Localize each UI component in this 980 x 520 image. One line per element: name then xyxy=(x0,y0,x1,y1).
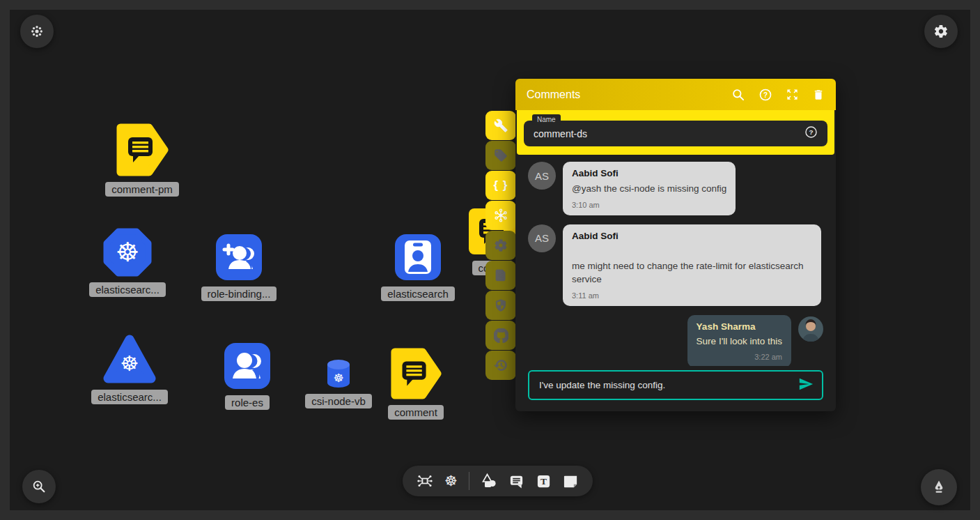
gear-icon xyxy=(494,238,508,252)
shape-toolbar: ☸ T xyxy=(403,466,593,496)
message-time: 3:10 am xyxy=(572,201,726,209)
message-time: 3:22 am xyxy=(697,353,782,361)
settings-button[interactable] xyxy=(924,15,958,48)
message-author: Yash Sharma xyxy=(697,321,782,332)
message-author: Aabid Sofi xyxy=(572,231,812,241)
delete-icon xyxy=(812,88,825,102)
service-account-icon xyxy=(394,233,442,282)
toolbar-json-button[interactable]: { } xyxy=(485,171,516,200)
note-icon xyxy=(563,473,579,489)
delete-button[interactable] xyxy=(812,88,825,102)
node-label: elasticsearch xyxy=(381,286,455,301)
name-field-label: Name xyxy=(532,114,561,125)
message-text: @yash the csi-node is missing config xyxy=(572,182,726,196)
comment-node-icon xyxy=(390,347,442,400)
expand-button[interactable] xyxy=(786,88,799,101)
user-photo xyxy=(798,316,823,342)
doc-search-icon xyxy=(494,268,508,282)
avatar-photo xyxy=(798,316,823,342)
node-role-es[interactable]: role-es xyxy=(209,342,286,410)
github-icon xyxy=(494,328,508,343)
tag-icon xyxy=(494,148,508,162)
avatar: AS xyxy=(528,224,556,252)
toolbar-history-button[interactable] xyxy=(485,351,516,380)
toolbar-divider xyxy=(469,472,469,490)
node-elasticsearch-sa[interactable]: elasticsearch xyxy=(373,233,463,301)
text-icon: T xyxy=(536,473,552,489)
message-bubble: Yash Sharma Sure I'll look into this 3:2… xyxy=(687,315,791,366)
message-bubble: Aabid Sofi me might need to change the r… xyxy=(563,224,821,306)
node-comment[interactable]: comment xyxy=(378,347,454,420)
send-button[interactable] xyxy=(798,376,814,395)
node-elasticsearch-octagon[interactable]: ☸ elasticsearc... xyxy=(86,227,169,297)
toolbar-github-button[interactable] xyxy=(485,321,516,350)
node-label: role-es xyxy=(225,395,270,410)
toolbar-configure-button[interactable] xyxy=(485,111,516,140)
note-tool-button[interactable] xyxy=(563,473,579,489)
pen-nib-icon xyxy=(931,479,947,496)
comments-panel: Comments ? xyxy=(515,79,836,411)
search-button[interactable] xyxy=(731,88,745,102)
comments-panel-header[interactable]: Comments ? xyxy=(515,79,836,110)
zoom-button[interactable] xyxy=(22,470,56,503)
message-list: AS Aabid Sofi @yash the csi-node is miss… xyxy=(515,155,836,366)
help-button[interactable]: ? xyxy=(759,88,772,102)
mesh-icon xyxy=(493,208,508,223)
comment-tool-button[interactable] xyxy=(508,473,524,489)
braces-icon: { } xyxy=(494,178,508,192)
text-tool-button[interactable]: T xyxy=(536,473,552,489)
svg-text:?: ? xyxy=(763,91,768,98)
panel-title: Comments xyxy=(527,89,580,101)
svg-text:T: T xyxy=(540,476,547,487)
message-author: Aabid Sofi xyxy=(572,168,726,178)
node-label: comment-pm xyxy=(105,182,179,197)
app-logo-button[interactable] xyxy=(20,15,54,48)
settings-gear-icon xyxy=(933,24,949,39)
history-icon xyxy=(494,358,508,372)
node-comment-pm[interactable]: comment-pm xyxy=(100,123,184,197)
kubernetes-icon: ☸ xyxy=(444,474,458,489)
message-text: me might need to change the rate-limit f… xyxy=(572,259,812,286)
name-section: Name comment-ds ? xyxy=(517,110,834,155)
node-label: elasticsearc... xyxy=(89,282,166,297)
message-time: 3:11 am xyxy=(572,291,812,300)
meshery-logo-icon xyxy=(30,24,44,38)
toolbar-mesh-button[interactable] xyxy=(485,201,516,230)
toolbar-tag-button[interactable] xyxy=(485,141,516,170)
toolbar-security-button[interactable] xyxy=(485,291,516,320)
message-bubble: Aabid Sofi @yash the csi-node is missing… xyxy=(563,162,736,215)
kubernetes-wheel-icon: ☸ xyxy=(333,372,343,384)
wrench-icon xyxy=(494,118,508,132)
shapes-tool-button[interactable] xyxy=(481,473,497,489)
node-label: role-binding... xyxy=(201,286,277,301)
zoom-in-icon xyxy=(31,479,47,494)
toolbar-settings-button[interactable] xyxy=(485,231,516,260)
pen-tool-button[interactable] xyxy=(921,469,957,505)
chat-message: AS Aabid Sofi me might need to change th… xyxy=(528,224,823,306)
shield-icon xyxy=(494,298,508,312)
search-icon xyxy=(731,88,745,102)
node-label: comment xyxy=(388,405,444,420)
comment-input[interactable] xyxy=(538,379,798,391)
flow-tool-button[interactable] xyxy=(417,473,433,489)
kubernetes-tool-button[interactable]: ☸ xyxy=(444,474,458,489)
message-text: Sure I'll look into this xyxy=(697,335,782,349)
flow-icon xyxy=(417,473,433,489)
avatar: AS xyxy=(528,162,556,190)
node-elasticsearch-triangle[interactable]: ☸ elasticsearc... xyxy=(84,333,175,404)
kubernetes-wheel-icon: ☸ xyxy=(116,239,139,266)
name-field[interactable]: Name comment-ds ? xyxy=(524,121,827,146)
shapes-icon xyxy=(481,473,497,489)
name-help-button[interactable]: ? xyxy=(804,125,818,142)
chat-message: AS Aabid Sofi @yash the csi-node is miss… xyxy=(528,162,823,215)
node-label: elasticsearc... xyxy=(91,390,168,404)
expand-icon xyxy=(786,88,799,101)
node-csi-node-vb[interactable]: ☸ csi-node-vb xyxy=(297,358,380,408)
node-label: csi-node-vb xyxy=(305,394,372,408)
chat-message: Yash Sharma Sure I'll look into this 3:2… xyxy=(528,315,823,366)
toolbar-inspect-button[interactable] xyxy=(485,261,516,290)
node-role-binding[interactable]: role-binding... xyxy=(194,233,284,301)
comment-input-wrap xyxy=(528,370,823,400)
comment-node-icon xyxy=(116,123,169,177)
svg-text:?: ? xyxy=(809,128,813,136)
